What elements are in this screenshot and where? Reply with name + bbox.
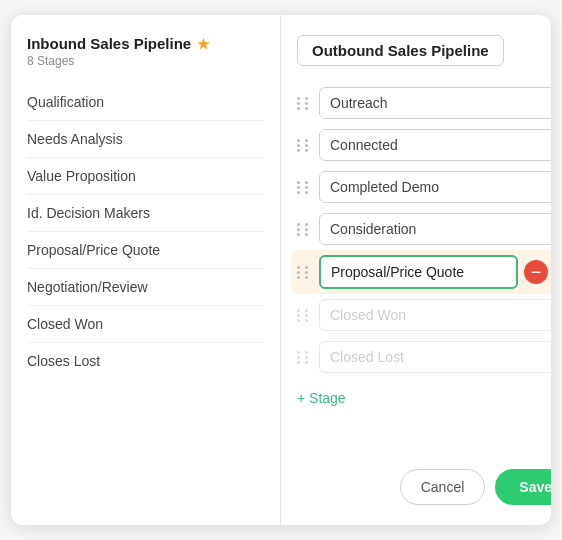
stage-input-placeholder[interactable] [319,341,551,373]
drag-handle-icon[interactable] [297,266,311,279]
add-stage-label[interactable]: + Stage [297,390,346,406]
stage-row [297,208,551,250]
right-panel: Outbound Sales Pipeline [281,15,551,525]
list-item: Closes Lost [27,343,264,379]
remove-stage-button[interactable]: − [524,260,548,284]
drag-handle-icon[interactable] [297,223,311,236]
list-item: Qualification [27,84,264,121]
footer-actions: Cancel Save [297,453,551,505]
stage-input[interactable] [319,213,551,245]
left-stages-list: Qualification Needs Analysis Value Propo… [27,84,264,379]
drag-handle-icon[interactable] [297,97,311,110]
stage-input-active[interactable] [319,255,518,289]
add-stage-row[interactable]: + Stage [297,386,551,410]
stage-row [297,336,551,378]
stage-row [297,166,551,208]
stage-input-placeholder[interactable] [319,299,551,331]
stage-row-active: − + [291,250,551,294]
right-header: Outbound Sales Pipeline [297,35,551,66]
star-icon: ★ [197,36,210,52]
stage-input[interactable] [319,129,551,161]
stage-row [297,124,551,166]
left-panel: Inbound Sales Pipeline ★ 8 Stages Qualif… [11,15,281,525]
list-item: Closed Won [27,306,264,343]
list-item: Negotiation/Review [27,269,264,306]
drag-handle-icon[interactable] [297,309,311,322]
list-item: Needs Analysis [27,121,264,158]
stage-row [297,82,551,124]
left-title-row: Inbound Sales Pipeline ★ [27,35,264,52]
stage-input[interactable] [319,87,551,119]
right-stages-list: − + [297,82,551,378]
drag-handle-icon[interactable] [297,181,311,194]
list-item: Proposal/Price Quote [27,232,264,269]
left-header: Inbound Sales Pipeline ★ 8 Stages [27,35,264,68]
list-item: Id. Decision Makers [27,195,264,232]
drag-handle-icon[interactable] [297,139,311,152]
save-button[interactable]: Save [495,469,551,505]
stage-actions: − + [524,260,551,284]
cancel-button[interactable]: Cancel [400,469,486,505]
left-subtitle: 8 Stages [27,54,264,68]
left-pipeline-title: Inbound Sales Pipeline [27,35,191,52]
drag-handle-icon[interactable] [297,351,311,364]
stage-row [297,294,551,336]
list-item: Value Proposition [27,158,264,195]
main-container: Inbound Sales Pipeline ★ 8 Stages Qualif… [11,15,551,525]
right-pipeline-title: Outbound Sales Pipeline [297,35,504,66]
stage-input[interactable] [319,171,551,203]
